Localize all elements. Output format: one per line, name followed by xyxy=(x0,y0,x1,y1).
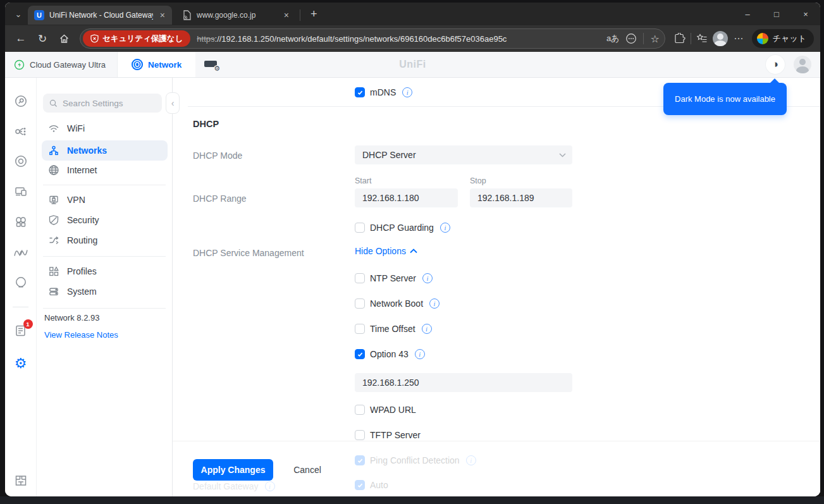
home-button[interactable] xyxy=(54,29,73,48)
network-boot-checkbox[interactable] xyxy=(355,298,365,309)
reload-button[interactable]: ↻ xyxy=(33,29,52,48)
network-tab-label: Network xyxy=(148,60,181,70)
new-tab-button[interactable]: + xyxy=(307,8,321,21)
page-actions-icon[interactable] xyxy=(625,33,637,44)
form-footer: Apply Changes Cancel xyxy=(173,441,820,496)
settings-panel: ‹ mDNS i Dark Mode is now available DHCP… xyxy=(173,78,820,496)
network-app-icon: O xyxy=(132,59,143,70)
tab-search-button[interactable]: ⌄ xyxy=(9,6,28,22)
window-controls: – □ × xyxy=(733,3,820,25)
account-avatar[interactable] xyxy=(794,56,811,73)
sidebar-item-wifi[interactable]: WiFi xyxy=(42,118,168,138)
chevron-down-icon: ⌄ xyxy=(15,9,22,19)
dark-mode-tooltip: Dark Mode is now available xyxy=(663,83,787,115)
dhcp-range-stop-input[interactable] xyxy=(470,188,572,207)
routing-icon xyxy=(48,235,59,246)
sidebar-item-security[interactable]: Security xyxy=(42,210,168,230)
gateway-device-icon[interactable]: ⚙ xyxy=(204,59,219,70)
ntp-server-label: NTP Server xyxy=(370,273,416,283)
close-tab-icon[interactable]: × xyxy=(158,10,167,20)
favorites-icon[interactable] xyxy=(694,30,710,47)
settings-icon[interactable]: ⚙ xyxy=(15,357,27,371)
info-icon[interactable]: i xyxy=(422,273,433,283)
info-icon[interactable]: i xyxy=(429,298,440,309)
vpn-lock-icon xyxy=(48,194,59,206)
topology-icon[interactable] xyxy=(14,125,28,138)
dhcp-service-management-label: DHCP Service Management xyxy=(193,248,304,258)
chevron-up-icon xyxy=(410,249,417,254)
sidebar-item-system[interactable]: System xyxy=(42,281,168,302)
collapse-panel-button[interactable]: ‹ xyxy=(166,92,180,114)
address-bar[interactable]: セキュリティ保護なし https://192.168.1.250/network… xyxy=(80,28,665,49)
dhcp-guarding-checkbox[interactable] xyxy=(355,223,365,233)
settings-search[interactable] xyxy=(43,94,162,113)
notification-badge: 1 xyxy=(23,319,33,329)
view-release-notes-link[interactable]: View Release Notes xyxy=(44,330,118,340)
info-icon[interactable]: i xyxy=(422,324,432,334)
info-icon[interactable]: i xyxy=(415,349,425,359)
gear-icon: ⚙ xyxy=(214,65,220,72)
browser-tab-unifi[interactable]: U UniFi Network - Cloud Gateway U × xyxy=(28,6,172,25)
close-window-button[interactable]: × xyxy=(791,3,820,25)
info-icon[interactable]: i xyxy=(440,223,450,233)
option-43-input[interactable] xyxy=(355,373,572,392)
hide-options-label: Hide Options xyxy=(355,246,406,256)
back-button[interactable]: ← xyxy=(11,29,30,48)
release-notes-icon[interactable]: 1 xyxy=(14,324,28,338)
bookmark-star-icon[interactable]: ☆ xyxy=(650,33,659,45)
wpad-url-checkbox[interactable] xyxy=(355,405,365,415)
info-icon[interactable]: i xyxy=(402,87,412,97)
chevron-down-icon xyxy=(559,153,566,157)
minimize-button[interactable]: – xyxy=(733,3,762,25)
dhcp-mode-select[interactable]: DHCP Server xyxy=(355,145,572,164)
shield-warning-icon xyxy=(90,34,99,43)
dhcp-guarding-row: DHCP Guarding i xyxy=(355,223,450,233)
dashboard-icon[interactable] xyxy=(14,94,28,108)
copilot-chat-button[interactable]: チャット xyxy=(752,29,814,48)
network-tab[interactable]: O Network xyxy=(118,52,195,77)
settings-sidebar: WiFi Networks Internet VPN Security xyxy=(37,78,173,496)
sidebar-item-networks[interactable]: Networks xyxy=(42,140,168,161)
dhcp-mode-label: DHCP Mode xyxy=(193,151,242,161)
floorplan-icon[interactable] xyxy=(14,474,28,488)
search-icon xyxy=(49,99,58,108)
radio-manager-icon[interactable] xyxy=(13,246,28,259)
security-warning-badge[interactable]: セキュリティ保護なし xyxy=(83,30,190,47)
url-rest: ://192.168.1.250/network/default/setting… xyxy=(215,34,507,44)
dark-mode-toggle[interactable]: ◑ xyxy=(766,55,785,74)
option-43-checkbox[interactable] xyxy=(355,349,365,359)
browser-menu-icon[interactable]: ⋯ xyxy=(730,30,747,47)
hide-options-toggle[interactable]: Hide Options xyxy=(355,246,417,256)
url-text[interactable]: https://192.168.1.250/network/default/se… xyxy=(197,34,601,44)
sidebar-item-routing[interactable]: Routing xyxy=(42,230,168,250)
extensions-icon[interactable] xyxy=(672,30,688,47)
browser-profile-avatar[interactable] xyxy=(713,31,728,46)
sidebar-item-label: Profiles xyxy=(67,266,97,276)
mdns-row: mDNS i xyxy=(355,87,412,97)
translate-icon[interactable]: aあ xyxy=(606,33,620,44)
range-start-label: Start xyxy=(355,176,371,185)
sidebar-item-label: WiFi xyxy=(67,123,85,133)
ntp-server-checkbox[interactable] xyxy=(355,273,365,283)
console-tab[interactable]: Cloud Gateway Ultra xyxy=(5,52,118,77)
sidebar-item-vpn[interactable]: VPN xyxy=(42,190,168,210)
unifi-devices-icon[interactable] xyxy=(14,154,28,168)
cancel-button[interactable]: Cancel xyxy=(286,459,328,481)
rail-divider xyxy=(13,307,28,307)
dhcp-range-label: DHCP Range xyxy=(193,194,247,204)
maximize-button[interactable]: □ xyxy=(762,3,791,25)
insights-icon[interactable] xyxy=(14,215,28,229)
clients-icon[interactable] xyxy=(14,185,28,199)
sidebar-item-profiles[interactable]: Profiles xyxy=(42,261,168,281)
apply-changes-button[interactable]: Apply Changes xyxy=(193,459,273,481)
close-tab-icon[interactable]: × xyxy=(282,10,291,20)
browser-tab-google[interactable]: www.google.co.jp × xyxy=(176,6,296,25)
url-scheme: https xyxy=(197,34,214,44)
support-icon[interactable] xyxy=(14,276,28,290)
search-input[interactable] xyxy=(63,99,156,108)
tftp-server-checkbox[interactable] xyxy=(355,430,365,440)
mdns-checkbox[interactable] xyxy=(355,87,365,97)
time-offset-checkbox[interactable] xyxy=(355,324,365,334)
sidebar-item-internet[interactable]: Internet xyxy=(42,160,168,180)
dhcp-range-start-input[interactable] xyxy=(355,188,458,207)
